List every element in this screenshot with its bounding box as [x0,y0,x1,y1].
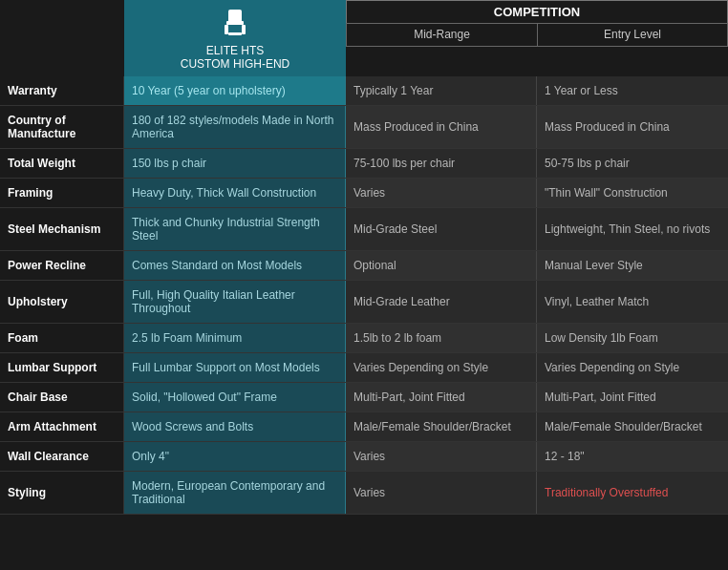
cell-elite: Solid, "Hollowed Out" Frame [124,383,346,412]
cell-midrange: Optional [346,251,537,280]
cell-feature: Framing [0,179,124,207]
cell-entry: "Thin Wall" Construction [537,179,728,207]
cell-midrange: Typically 1 Year [346,76,537,105]
table-row: Power Recline Comes Standard on Most Mod… [0,251,728,281]
table-row: Lumbar Support Full Lumbar Support on Mo… [0,353,728,383]
cell-feature: Steel Mechanism [0,208,124,250]
table-row: Country of Manufacture 180 of 182 styles… [0,106,728,149]
cell-feature: Total Weight [0,149,124,178]
competition-title: COMPETITION [346,0,728,23]
cell-elite: Wood Screws and Bolts [124,412,346,441]
table-row: Chair Base Solid, "Hollowed Out" Frame M… [0,383,728,412]
cell-entry: Multi-Part, Joint Fitted [537,383,728,412]
cell-entry: Traditionally Overstuffed [537,472,728,514]
midrange-header: Mid-Range [346,23,537,47]
comparison-header: ELITE HTS CUSTOM HIGH-END COMPETITION Mi… [0,0,728,76]
svg-rect-0 [228,10,242,23]
cell-entry: Manual Lever Style [537,251,728,280]
cell-elite: Modern, European Contemporary and Tradit… [124,472,346,514]
chair-icon [221,8,249,41]
elite-title-main: ELITE HTS [206,44,265,57]
cell-entry: Low Density 1lb Foam [537,324,728,352]
cell-feature: Arm Attachment [0,412,124,441]
cell-elite: 180 of 182 styles/models Made in North A… [124,106,346,148]
cell-entry: 50-75 lbs p chair [537,149,728,178]
cell-feature: Chair Base [0,383,124,412]
cell-midrange: Varies Depending on Style [346,353,537,382]
table-row: Styling Modern, European Contemporary an… [0,472,728,515]
cell-feature: Lumbar Support [0,353,124,382]
cell-entry: Male/Female Shoulder/Bracket [537,412,728,441]
svg-rect-4 [228,32,242,35]
cell-elite: 150 lbs p chair [124,149,346,178]
cell-entry: Varies Depending on Style [537,353,728,382]
feature-col-header [0,0,124,76]
cell-elite: Only 4" [124,442,346,471]
cell-elite: 2.5 lb Foam Minimum [124,324,346,352]
table-row: Steel Mechanism Thick and Chunky Industr… [0,208,728,251]
competition-sub-headers: Mid-Range Entry Level [346,23,728,47]
cell-feature: Foam [0,324,124,352]
cell-midrange: Male/Female Shoulder/Bracket [346,412,537,441]
elite-title-sub: CUSTOM HIGH-END [181,57,289,71]
cell-elite: Full Lumbar Support on Most Models [124,353,346,382]
svg-rect-3 [242,25,246,34]
elite-header: ELITE HTS CUSTOM HIGH-END [124,0,346,76]
cell-entry: 12 - 18" [537,442,728,471]
cell-elite: Comes Standard on Most Models [124,251,346,280]
cell-midrange: Varies [346,472,537,514]
svg-rect-2 [225,25,228,34]
table-row: Wall Clearance Only 4" Varies 12 - 18" [0,442,728,472]
cell-midrange: Multi-Part, Joint Fitted [346,383,537,412]
table-row: Warranty 10 Year (5 year on upholstery) … [0,76,728,106]
cell-feature: Upholstery [0,281,124,323]
entry-header: Entry Level [537,23,728,47]
cell-elite: Thick and Chunky Industrial Strength Ste… [124,208,346,250]
table-row: Upholstery Full, High Quality Italian Le… [0,281,728,324]
table-row: Foam 2.5 lb Foam Minimum 1.5lb to 2 lb f… [0,324,728,353]
cell-midrange: 75-100 lbs per chair [346,149,537,178]
cell-feature: Warranty [0,76,124,105]
cell-feature: Country of Manufacture [0,106,124,148]
cell-midrange: Mass Produced in China [346,106,537,148]
table-row: Arm Attachment Wood Screws and Bolts Mal… [0,412,728,442]
svg-rect-1 [226,21,244,25]
cell-feature: Power Recline [0,251,124,280]
competition-header-group: COMPETITION Mid-Range Entry Level [346,0,728,76]
comparison-table-body: Warranty 10 Year (5 year on upholstery) … [0,76,728,515]
cell-midrange: Varies [346,442,537,471]
cell-midrange: Varies [346,179,537,207]
table-row: Framing Heavy Duty, Thick Wall Construct… [0,179,728,208]
cell-midrange: Mid-Grade Leather [346,281,537,323]
cell-elite: 10 Year (5 year on upholstery) [124,76,346,105]
cell-feature: Styling [0,472,124,514]
cell-entry: Lightweight, Thin Steel, no rivots [537,208,728,250]
cell-elite: Heavy Duty, Thick Wall Construction [124,179,346,207]
cell-feature: Wall Clearance [0,442,124,471]
cell-entry: Vinyl, Leather Match [537,281,728,323]
cell-entry: Mass Produced in China [537,106,728,148]
cell-elite: Full, High Quality Italian Leather Throu… [124,281,346,323]
cell-entry: 1 Year or Less [537,76,728,105]
table-row: Total Weight 150 lbs p chair 75-100 lbs … [0,149,728,179]
cell-midrange: 1.5lb to 2 lb foam [346,324,537,352]
cell-midrange: Mid-Grade Steel [346,208,537,250]
